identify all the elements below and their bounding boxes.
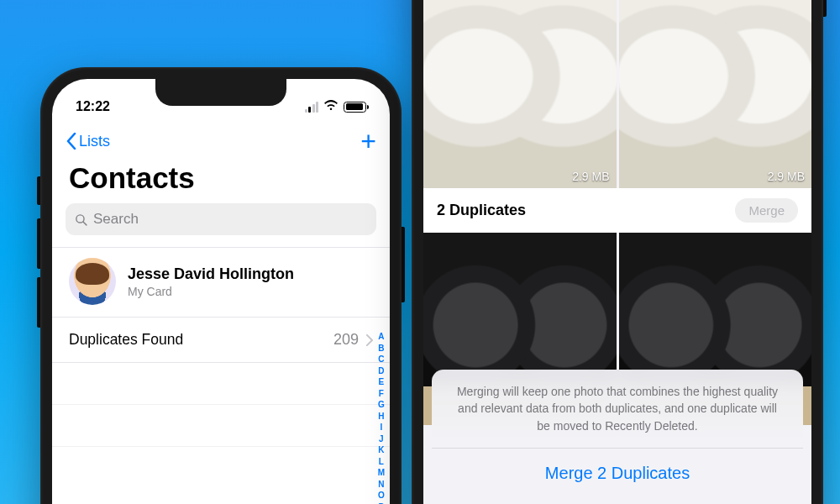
alphabet-index[interactable]: ABC DEF GHI JKL MNO P — [378, 331, 385, 504]
my-card-row[interactable]: Jesse David Hollington My Card — [52, 247, 390, 318]
merge-button[interactable]: Merge — [735, 198, 798, 223]
chevron-left-icon — [66, 133, 77, 150]
file-size-badge: 2.9 MB — [572, 170, 609, 183]
duplicates-section-header: 2 Duplicates Merge — [423, 188, 811, 233]
duplicates-label: Duplicates Found — [69, 331, 183, 349]
action-sheet: Merging will keep one photo that combine… — [423, 370, 811, 504]
duplicates-section-title: 2 Duplicates — [437, 202, 526, 219]
search-input[interactable]: Search — [66, 203, 376, 235]
search-icon — [74, 213, 88, 227]
status-time: 12:22 — [76, 99, 110, 114]
phone-contacts: 12:22 Lists + Contacts Search — [40, 67, 402, 504]
duplicates-count: 209 — [333, 331, 359, 349]
duplicate-group-1: 2.9 MB 2.9 MB — [423, 0, 811, 188]
search-placeholder: Search — [93, 211, 139, 228]
chevron-right-icon — [365, 334, 373, 346]
action-sheet-message: Merging will keep one photo that combine… — [432, 370, 803, 449]
photo-thumbnail[interactable]: 2.9 MB — [423, 0, 617, 188]
nav-bar: Lists + — [52, 121, 390, 160]
battery-icon — [344, 102, 366, 113]
back-button[interactable]: Lists — [66, 133, 110, 150]
duplicates-found-row[interactable]: Duplicates Found 209 — [52, 318, 390, 363]
page-title: Contacts — [52, 160, 390, 203]
photo-thumbnail[interactable]: 2.9 MB — [619, 0, 812, 188]
avatar — [69, 258, 116, 305]
phone-photos: 2.9 MB 2.9 MB 2 Duplicates Merge Merging… — [412, 0, 823, 504]
cellular-signal-icon — [305, 102, 319, 113]
back-label: Lists — [79, 133, 110, 150]
my-card-subtitle: My Card — [128, 285, 294, 298]
my-card-name: Jesse David Hollington — [128, 265, 294, 283]
wifi-icon — [323, 99, 339, 114]
file-size-badge: 2.9 MB — [768, 170, 805, 183]
add-contact-button[interactable]: + — [360, 128, 376, 155]
merge-duplicates-action[interactable]: Merge 2 Duplicates — [432, 449, 803, 498]
notch — [155, 79, 286, 106]
svg-line-1 — [83, 221, 87, 224]
